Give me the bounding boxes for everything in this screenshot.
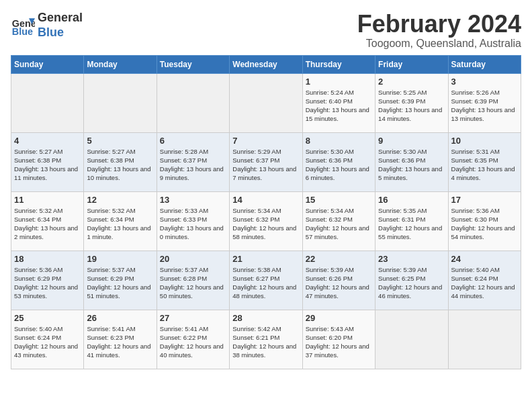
calendar-cell: 10Sunrise: 5:31 AM Sunset: 6:35 PM Dayli… [448, 132, 521, 191]
day-number: 1 [306, 77, 372, 87]
calendar-cell: 22Sunrise: 5:39 AM Sunset: 6:26 PM Dayli… [302, 250, 375, 310]
calendar-cell: 11Sunrise: 5:32 AM Sunset: 6:34 PM Dayli… [11, 191, 84, 250]
day-number: 25 [14, 313, 81, 323]
calendar-cell: 14Sunrise: 5:34 AM Sunset: 6:32 PM Dayli… [230, 191, 302, 250]
calendar-cell: 20Sunrise: 5:37 AM Sunset: 6:28 PM Dayli… [157, 250, 229, 310]
day-info: Sunrise: 5:38 AM Sunset: 6:27 PM Dayligh… [232, 265, 299, 301]
day-number: 8 [306, 136, 372, 146]
day-info: Sunrise: 5:33 AM Sunset: 6:33 PM Dayligh… [160, 206, 226, 242]
day-info: Sunrise: 5:42 AM Sunset: 6:21 PM Dayligh… [232, 324, 299, 360]
logo-line1: General [38, 11, 83, 26]
day-info: Sunrise: 5:32 AM Sunset: 6:34 PM Dayligh… [14, 206, 81, 242]
calendar-cell [84, 73, 157, 132]
calendar-cell: 2Sunrise: 5:25 AM Sunset: 6:39 PM Daylig… [375, 73, 448, 132]
calendar-cell: 13Sunrise: 5:33 AM Sunset: 6:33 PM Dayli… [157, 191, 229, 250]
calendar-cell: 19Sunrise: 5:37 AM Sunset: 6:29 PM Dayli… [84, 250, 157, 310]
day-info: Sunrise: 5:26 AM Sunset: 6:39 PM Dayligh… [451, 88, 518, 124]
title-area: February 2024 Toogoom, Queensland, Austr… [357, 11, 521, 50]
day-of-week-header: Sunday [11, 55, 84, 73]
calendar-cell: 25Sunrise: 5:40 AM Sunset: 6:24 PM Dayli… [11, 310, 84, 369]
month-title: February 2024 [357, 11, 521, 38]
calendar-cell: 12Sunrise: 5:32 AM Sunset: 6:34 PM Dayli… [84, 191, 157, 250]
day-info: Sunrise: 5:35 AM Sunset: 6:31 PM Dayligh… [378, 206, 445, 242]
day-info: Sunrise: 5:36 AM Sunset: 6:29 PM Dayligh… [14, 265, 81, 301]
day-number: 22 [306, 254, 372, 264]
calendar-cell: 15Sunrise: 5:34 AM Sunset: 6:32 PM Dayli… [302, 191, 375, 250]
calendar-cell: 21Sunrise: 5:38 AM Sunset: 6:27 PM Dayli… [230, 250, 302, 310]
calendar-cell [157, 73, 229, 132]
day-info: Sunrise: 5:37 AM Sunset: 6:28 PM Dayligh… [160, 265, 226, 301]
day-number: 29 [306, 313, 372, 323]
day-number: 20 [160, 254, 226, 264]
day-info: Sunrise: 5:28 AM Sunset: 6:37 PM Dayligh… [160, 147, 226, 183]
day-info: Sunrise: 5:25 AM Sunset: 6:39 PM Dayligh… [378, 88, 445, 124]
day-number: 12 [87, 195, 153, 205]
day-info: Sunrise: 5:34 AM Sunset: 6:32 PM Dayligh… [232, 206, 299, 242]
day-info: Sunrise: 5:30 AM Sunset: 6:36 PM Dayligh… [378, 147, 445, 183]
day-info: Sunrise: 5:41 AM Sunset: 6:22 PM Dayligh… [160, 324, 226, 360]
day-number: 23 [378, 254, 445, 264]
day-number: 9 [378, 136, 445, 146]
day-number: 3 [451, 77, 518, 87]
calendar-cell: 23Sunrise: 5:39 AM Sunset: 6:25 PM Dayli… [375, 250, 448, 310]
day-info: Sunrise: 5:36 AM Sunset: 6:30 PM Dayligh… [451, 206, 518, 242]
calendar-cell: 1Sunrise: 5:24 AM Sunset: 6:40 PM Daylig… [302, 73, 375, 132]
day-info: Sunrise: 5:32 AM Sunset: 6:34 PM Dayligh… [87, 206, 153, 242]
day-number: 18 [14, 254, 81, 264]
day-number: 28 [232, 313, 299, 323]
day-number: 21 [232, 254, 299, 264]
logo-icon: General Blue [11, 13, 35, 38]
day-info: Sunrise: 5:43 AM Sunset: 6:20 PM Dayligh… [306, 324, 372, 360]
calendar-cell: 7Sunrise: 5:29 AM Sunset: 6:37 PM Daylig… [230, 132, 302, 191]
calendar-cell: 27Sunrise: 5:41 AM Sunset: 6:22 PM Dayli… [157, 310, 229, 369]
logo-line2: Blue [38, 26, 83, 40]
day-info: Sunrise: 5:41 AM Sunset: 6:23 PM Dayligh… [87, 324, 153, 360]
day-number: 6 [160, 136, 226, 146]
svg-text:Blue: Blue [12, 26, 33, 37]
logo: General Blue General Blue [11, 11, 83, 40]
day-number: 13 [160, 195, 226, 205]
calendar-cell [375, 310, 448, 369]
calendar-cell: 17Sunrise: 5:36 AM Sunset: 6:30 PM Dayli… [448, 191, 521, 250]
day-number: 16 [378, 195, 445, 205]
day-info: Sunrise: 5:34 AM Sunset: 6:32 PM Dayligh… [306, 206, 372, 242]
day-number: 24 [451, 254, 518, 264]
calendar-cell: 28Sunrise: 5:42 AM Sunset: 6:21 PM Dayli… [230, 310, 302, 369]
calendar-table: SundayMondayTuesdayWednesdayThursdayFrid… [11, 55, 521, 369]
day-info: Sunrise: 5:40 AM Sunset: 6:24 PM Dayligh… [451, 265, 518, 301]
day-info: Sunrise: 5:39 AM Sunset: 6:26 PM Dayligh… [306, 265, 372, 301]
calendar-cell: 26Sunrise: 5:41 AM Sunset: 6:23 PM Dayli… [84, 310, 157, 369]
calendar-cell: 18Sunrise: 5:36 AM Sunset: 6:29 PM Dayli… [11, 250, 84, 310]
day-info: Sunrise: 5:31 AM Sunset: 6:35 PM Dayligh… [451, 147, 518, 183]
day-number: 15 [306, 195, 372, 205]
day-of-week-header: Saturday [448, 55, 521, 73]
day-info: Sunrise: 5:30 AM Sunset: 6:36 PM Dayligh… [306, 147, 372, 183]
calendar-cell: 3Sunrise: 5:26 AM Sunset: 6:39 PM Daylig… [448, 73, 521, 132]
day-number: 10 [451, 136, 518, 146]
calendar-cell: 29Sunrise: 5:43 AM Sunset: 6:20 PM Dayli… [302, 310, 375, 369]
location-title: Toogoom, Queensland, Australia [357, 38, 521, 50]
calendar-cell: 16Sunrise: 5:35 AM Sunset: 6:31 PM Dayli… [375, 191, 448, 250]
day-info: Sunrise: 5:27 AM Sunset: 6:38 PM Dayligh… [87, 147, 153, 183]
day-info: Sunrise: 5:27 AM Sunset: 6:38 PM Dayligh… [14, 147, 81, 183]
day-of-week-header: Thursday [302, 55, 375, 73]
day-of-week-header: Friday [375, 55, 448, 73]
calendar-cell [230, 73, 302, 132]
page-header: General Blue General Blue February 2024 … [11, 11, 521, 50]
day-info: Sunrise: 5:40 AM Sunset: 6:24 PM Dayligh… [14, 324, 81, 360]
day-number: 14 [232, 195, 299, 205]
day-info: Sunrise: 5:24 AM Sunset: 6:40 PM Dayligh… [306, 88, 372, 124]
calendar-cell: 9Sunrise: 5:30 AM Sunset: 6:36 PM Daylig… [375, 132, 448, 191]
day-of-week-header: Tuesday [157, 55, 229, 73]
day-number: 4 [14, 136, 81, 146]
day-info: Sunrise: 5:37 AM Sunset: 6:29 PM Dayligh… [87, 265, 153, 301]
calendar-cell: 8Sunrise: 5:30 AM Sunset: 6:36 PM Daylig… [302, 132, 375, 191]
day-info: Sunrise: 5:39 AM Sunset: 6:25 PM Dayligh… [378, 265, 445, 301]
day-of-week-header: Monday [84, 55, 157, 73]
calendar-cell: 4Sunrise: 5:27 AM Sunset: 6:38 PM Daylig… [11, 132, 84, 191]
calendar-cell [11, 73, 84, 132]
calendar-cell: 24Sunrise: 5:40 AM Sunset: 6:24 PM Dayli… [448, 250, 521, 310]
day-number: 26 [87, 313, 153, 323]
calendar-cell: 6Sunrise: 5:28 AM Sunset: 6:37 PM Daylig… [157, 132, 229, 191]
day-number: 5 [87, 136, 153, 146]
